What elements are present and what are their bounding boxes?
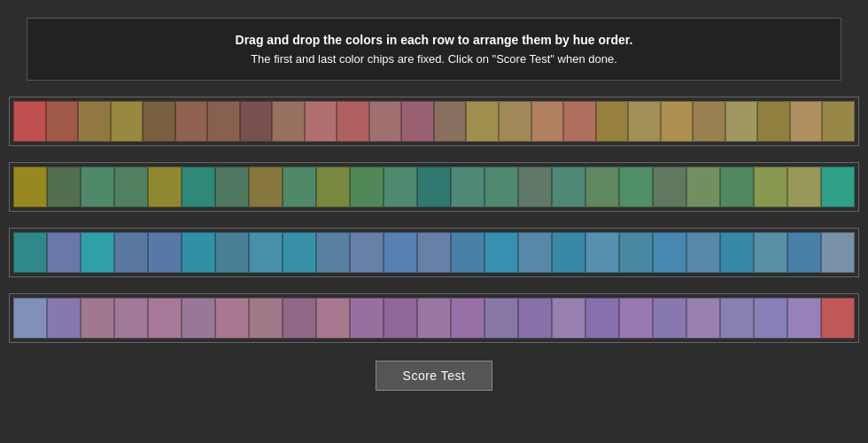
color-chip-r2-c19[interactable]	[619, 167, 653, 207]
color-chip-r1-c24[interactable]	[757, 101, 790, 142]
color-chip-r1-c9[interactable]	[272, 101, 305, 142]
color-row-3[interactable]	[9, 228, 859, 277]
color-chip-r1-c20[interactable]	[628, 101, 661, 142]
color-chip-r2-c5[interactable]	[148, 167, 182, 207]
color-chip-r2-c25[interactable]	[821, 167, 855, 207]
color-chip-r3-c22[interactable]	[720, 232, 754, 273]
color-chip-r3-c9[interactable]	[283, 232, 316, 273]
color-chip-r4-c3[interactable]	[81, 298, 114, 338]
color-chip-r2-c2[interactable]	[47, 167, 81, 207]
color-chip-r3-c13[interactable]	[417, 232, 451, 273]
color-chip-r3-c12[interactable]	[384, 232, 417, 273]
color-chip-r1-c10[interactable]	[305, 101, 337, 142]
color-chip-r1-c26[interactable]	[822, 101, 855, 142]
color-chip-r4-c17[interactable]	[552, 298, 585, 338]
color-chip-r4-c6[interactable]	[182, 298, 215, 338]
color-chip-r2-c15[interactable]	[484, 167, 518, 207]
color-chip-r3-c23[interactable]	[754, 232, 787, 273]
color-chip-r4-c11[interactable]	[350, 298, 384, 338]
color-chip-r3-c5[interactable]	[148, 232, 182, 273]
color-chip-r1-c1[interactable]	[13, 101, 46, 142]
color-chip-r3-c10[interactable]	[316, 232, 350, 273]
color-chip-r4-c5[interactable]	[148, 298, 182, 338]
color-chip-r3-c21[interactable]	[686, 232, 720, 273]
color-chip-r4-c14[interactable]	[451, 298, 484, 338]
color-chip-r3-c2[interactable]	[47, 232, 81, 273]
color-chip-r2-c6[interactable]	[182, 167, 215, 207]
color-chip-r1-c25[interactable]	[790, 101, 823, 142]
color-chip-r2-c14[interactable]	[451, 167, 484, 207]
score-test-button[interactable]: Score Test	[376, 361, 493, 391]
color-chip-r1-c8[interactable]	[240, 101, 273, 142]
color-chip-r4-c23[interactable]	[754, 298, 787, 338]
color-chip-r3-c11[interactable]	[350, 232, 384, 273]
color-chip-r3-c4[interactable]	[114, 232, 148, 273]
color-chip-r1-c3[interactable]	[78, 101, 111, 142]
color-chip-r2-c17[interactable]	[552, 167, 585, 207]
color-chip-r2-c1[interactable]	[13, 167, 47, 207]
color-chip-r1-c13[interactable]	[401, 101, 434, 142]
color-chip-r2-c8[interactable]	[249, 167, 283, 207]
color-chip-r1-c14[interactable]	[434, 101, 467, 142]
color-chip-r2-c4[interactable]	[114, 167, 148, 207]
color-chip-r3-c24[interactable]	[787, 232, 821, 273]
color-chip-r4-c1[interactable]	[13, 298, 47, 338]
color-chip-r3-c17[interactable]	[552, 232, 585, 273]
color-chip-r3-c8[interactable]	[249, 232, 283, 273]
color-chip-r4-c16[interactable]	[518, 298, 552, 338]
color-chip-r2-c18[interactable]	[585, 167, 619, 207]
color-chip-r1-c22[interactable]	[693, 101, 725, 142]
color-chip-r1-c6[interactable]	[175, 101, 208, 142]
color-chip-r1-c7[interactable]	[207, 101, 240, 142]
color-chip-r4-c10[interactable]	[316, 298, 350, 338]
color-chip-r4-c2[interactable]	[47, 298, 81, 338]
color-chip-r4-c7[interactable]	[215, 298, 249, 338]
color-row-4[interactable]	[9, 293, 859, 343]
color-chip-r4-c19[interactable]	[619, 298, 653, 338]
color-chip-r3-c19[interactable]	[619, 232, 653, 273]
color-chip-r2-c20[interactable]	[653, 167, 686, 207]
color-chip-r4-c21[interactable]	[686, 298, 720, 338]
color-chip-r4-c22[interactable]	[720, 298, 754, 338]
color-chip-r4-c20[interactable]	[653, 298, 686, 338]
color-chip-r1-c18[interactable]	[563, 101, 596, 142]
color-chip-r1-c19[interactable]	[596, 101, 629, 142]
color-chip-r1-c11[interactable]	[337, 101, 369, 142]
color-chip-r3-c20[interactable]	[653, 232, 686, 273]
color-chip-r1-c21[interactable]	[661, 101, 694, 142]
color-chip-r3-c18[interactable]	[585, 232, 619, 273]
color-chip-r3-c6[interactable]	[182, 232, 215, 273]
color-chip-r4-c24[interactable]	[787, 298, 821, 338]
color-chip-r4-c25[interactable]	[821, 298, 855, 338]
color-chip-r1-c4[interactable]	[111, 101, 143, 142]
color-chip-r1-c2[interactable]	[46, 101, 79, 142]
color-chip-r1-c12[interactable]	[369, 101, 402, 142]
color-row-1[interactable]	[9, 97, 859, 146]
color-chip-r3-c15[interactable]	[484, 232, 518, 273]
color-chip-r4-c13[interactable]	[417, 298, 451, 338]
color-chip-r4-c8[interactable]	[249, 298, 283, 338]
color-chip-r1-c16[interactable]	[499, 101, 531, 142]
color-chip-r2-c16[interactable]	[518, 167, 552, 207]
color-chip-r4-c18[interactable]	[585, 298, 619, 338]
color-chip-r3-c7[interactable]	[215, 232, 249, 273]
color-chip-r2-c11[interactable]	[350, 167, 384, 207]
color-chip-r2-c3[interactable]	[81, 167, 114, 207]
color-chip-r1-c17[interactable]	[531, 101, 564, 142]
color-chip-r3-c3[interactable]	[81, 232, 114, 273]
color-chip-r4-c15[interactable]	[484, 298, 518, 338]
color-chip-r2-c10[interactable]	[316, 167, 350, 207]
color-chip-r4-c12[interactable]	[384, 298, 417, 338]
color-chip-r2-c22[interactable]	[720, 167, 754, 207]
color-chip-r2-c9[interactable]	[283, 167, 316, 207]
color-chip-r2-c24[interactable]	[787, 167, 821, 207]
color-chip-r4-c4[interactable]	[114, 298, 148, 338]
color-chip-r2-c7[interactable]	[215, 167, 249, 207]
color-chip-r3-c16[interactable]	[518, 232, 552, 273]
color-chip-r3-c14[interactable]	[451, 232, 484, 273]
color-chip-r1-c5[interactable]	[143, 101, 175, 142]
color-chip-r4-c9[interactable]	[283, 298, 316, 338]
color-chip-r1-c23[interactable]	[725, 101, 758, 142]
color-chip-r3-c25[interactable]	[821, 232, 855, 273]
color-chip-r1-c15[interactable]	[466, 101, 499, 142]
